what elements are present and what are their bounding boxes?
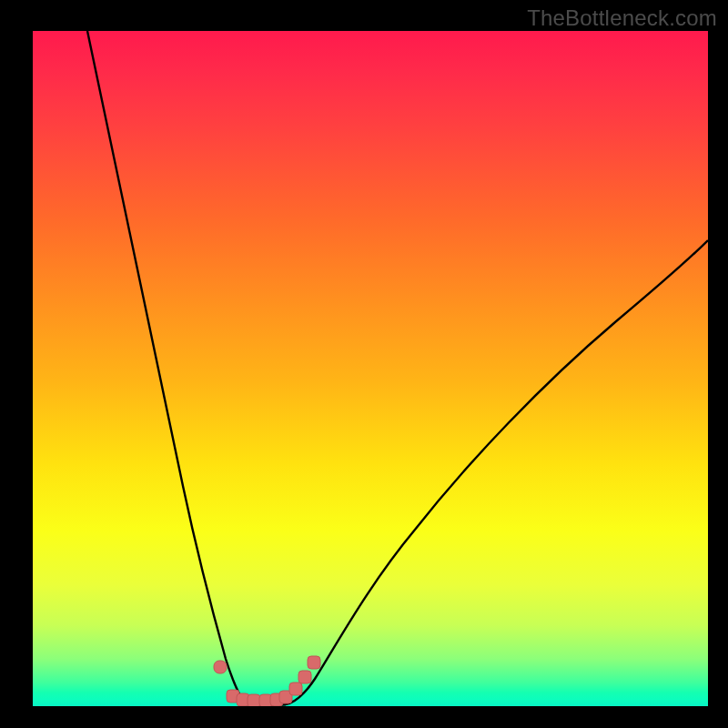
curve-group xyxy=(87,31,708,705)
curve-marker xyxy=(214,661,227,673)
marker-group xyxy=(214,656,320,706)
curve-marker xyxy=(298,671,311,683)
curve-marker xyxy=(289,682,302,695)
bottleneck-curve-svg xyxy=(33,31,708,706)
curve-right-branch xyxy=(286,240,708,704)
curve-left-branch xyxy=(87,31,251,704)
outer-frame: TheBottleneck.com xyxy=(0,0,728,728)
plot-area xyxy=(33,31,708,706)
curve-marker xyxy=(308,656,320,669)
watermark-text: TheBottleneck.com xyxy=(527,5,717,31)
curve-marker xyxy=(248,694,260,706)
